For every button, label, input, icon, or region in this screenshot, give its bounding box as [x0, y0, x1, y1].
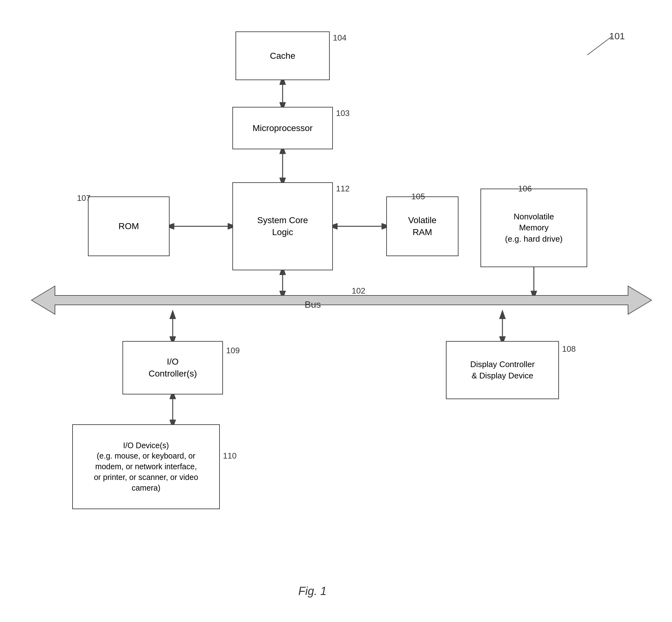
- io-controller-label: I/OController(s): [149, 356, 197, 380]
- display-controller-label: Display Controller& Display Device: [470, 359, 534, 381]
- volatile-ram-ref: 105: [411, 192, 425, 202]
- io-controller-box: I/OController(s): [122, 341, 223, 394]
- io-device-ref: 110: [223, 451, 236, 461]
- rom-label: ROM: [118, 220, 139, 232]
- figure-label: Fig. 1: [298, 585, 327, 598]
- microprocessor-box: Microprocessor: [232, 107, 333, 149]
- nonvolatile-memory-box: NonvolatileMemory(e.g. hard drive): [480, 188, 587, 267]
- system-core-logic-box: System CoreLogic: [232, 182, 333, 270]
- cache-label: Cache: [270, 50, 296, 62]
- cache-ref: 104: [333, 33, 346, 43]
- figure-ref: 101: [609, 31, 625, 41]
- cache-box: Cache: [235, 31, 330, 80]
- system-core-logic-label: System CoreLogic: [257, 214, 308, 238]
- io-device-box: I/O Device(s)(e.g. mouse, or keyboard, o…: [72, 424, 220, 509]
- microprocessor-label: Microprocessor: [253, 122, 312, 134]
- bus-arrow-shape: [31, 286, 651, 314]
- display-controller-ref: 108: [562, 344, 575, 354]
- nonvolatile-memory-ref: 106: [518, 184, 532, 194]
- bus-label: Bus: [305, 299, 321, 310]
- diagram-arrows: [0, 0, 672, 622]
- nonvolatile-memory-label: NonvolatileMemory(e.g. hard drive): [505, 211, 563, 244]
- bus-ref: 102: [352, 286, 365, 296]
- rom-ref: 107: [77, 193, 90, 203]
- rom-box: ROM: [88, 197, 170, 256]
- display-controller-box: Display Controller& Display Device: [446, 341, 559, 399]
- volatile-ram-box: VolatileRAM: [386, 197, 458, 256]
- io-controller-ref: 109: [226, 346, 239, 355]
- microprocessor-ref: 103: [336, 108, 349, 118]
- ref101-arrow-line: [587, 36, 612, 55]
- volatile-ram-label: VolatileRAM: [408, 214, 437, 238]
- diagram: Cache 104 Microprocessor 103 System Core…: [0, 0, 672, 622]
- io-device-label: I/O Device(s)(e.g. mouse, or keyboard, o…: [91, 437, 201, 496]
- system-core-logic-ref: 112: [336, 184, 349, 194]
